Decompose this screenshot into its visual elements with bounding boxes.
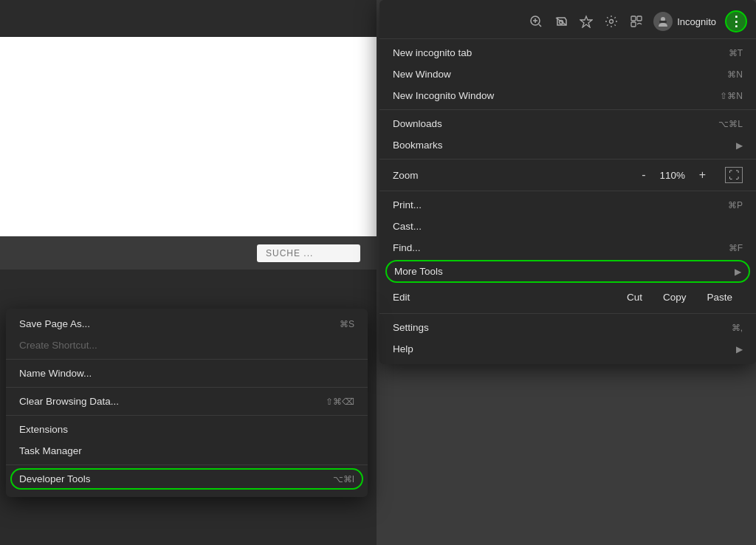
edit-row: Edit Cut Copy Paste [379,284,756,310]
main-dropdown-menu: Incognito ⋮ New incognito tab ⌘T New Win… [379,0,756,364]
name-window-item[interactable]: Name Window... [6,363,368,384]
svg-rect-7 [631,16,636,21]
separator-4 [379,313,756,314]
gear-icon[interactable] [603,13,619,30]
svg-point-6 [610,20,614,24]
camera-off-icon[interactable] [553,13,569,30]
chrome-toolbar-icons: Incognito ⋮ [379,4,756,39]
task-manager-item[interactable]: Task Manager [6,440,368,462]
separator-3 [379,191,756,191]
search-input[interactable] [257,244,360,262]
cut-button[interactable]: Cut [616,289,653,306]
svg-rect-9 [631,22,636,27]
svg-line-3 [539,24,541,27]
cast-item[interactable]: Cast... [379,216,756,237]
new-window-item[interactable]: New Window ⌘N [379,64,756,85]
zoom-out-button[interactable]: - [637,168,650,182]
svg-marker-5 [580,16,592,27]
clear-browsing-data-item[interactable]: Clear Browsing Data... ⇧⌘⌫ [6,391,368,412]
find-item[interactable]: Find... ⌘F [379,237,756,258]
paste-button[interactable]: Paste [696,289,743,306]
incognito-label: Incognito [677,16,716,27]
zoom-controls: - 110% + ⛶ [637,167,743,183]
separator-1 [379,109,756,110]
star-icon[interactable] [578,13,594,30]
browser-toolbar [0,236,377,270]
save-page-as-item[interactable]: Save Page As... ⌘S [6,313,368,335]
puzzle-icon[interactable] [628,13,645,30]
extensions-item[interactable]: Extensions [6,419,368,440]
zoom-row: Zoom - 110% + ⛶ [379,162,756,188]
incognito-icon [653,12,673,31]
create-shortcut-item: Create Shortcut... [6,335,368,356]
incognito-button[interactable]: Incognito [653,12,716,31]
sub-separator-1 [6,359,368,360]
settings-item[interactable]: Settings ⌘, [379,317,756,338]
help-item[interactable]: Help ▶ [379,338,756,360]
more-tools-submenu: Save Page As... ⌘S Create Shortcut... Na… [6,309,368,497]
zoom-icon[interactable] [528,13,544,30]
sub-separator-4 [6,465,368,465]
svg-rect-8 [637,16,642,21]
zoom-in-button[interactable]: + [695,168,710,182]
zoom-value: 110% [658,170,687,181]
fullscreen-button[interactable]: ⛶ [725,167,743,183]
downloads-item[interactable]: Downloads ⌥⌘L [379,113,756,134]
bookmarks-item[interactable]: Bookmarks ▶ [379,134,756,156]
print-item[interactable]: Print... ⌘P [379,194,756,216]
developer-tools-item[interactable]: Developer Tools ⌥⌘I [10,468,363,490]
sub-separator-2 [6,387,368,388]
more-tools-item[interactable]: More Tools ▶ [385,260,750,283]
new-incognito-tab-item[interactable]: New incognito tab ⌘T [379,42,756,64]
page-content-area [0,37,377,236]
sub-separator-3 [6,415,368,416]
separator-2 [379,159,756,160]
copy-button[interactable]: Copy [653,289,697,306]
three-dots-menu-button[interactable]: ⋮ [725,10,747,32]
svg-rect-11 [659,21,667,23]
svg-point-4 [560,21,563,24]
new-incognito-window-item[interactable]: New Incognito Window ⇧⌘N [379,85,756,106]
